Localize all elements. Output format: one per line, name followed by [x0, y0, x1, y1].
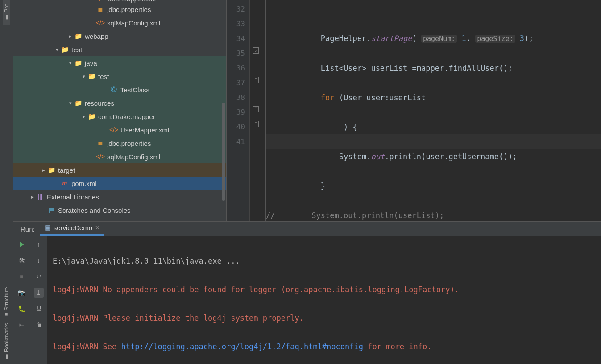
tree-label: jdbc.properties [107, 140, 151, 147]
tree-label: UserMapper.xml [107, 0, 156, 3]
xml-icon: </> [110, 126, 118, 134]
maven-icon: m [61, 179, 69, 187]
tree-node[interactable]: </>UserMapper.xml [13, 123, 226, 136]
tree-label: webapp [85, 33, 108, 40]
chevron-down-icon[interactable]: ▾ [80, 73, 87, 80]
xml-icon: </> [96, 153, 104, 161]
prop-icon: ≣ [96, 139, 104, 147]
console-line: log4j:WARN Please initialize the log4j s… [53, 311, 596, 325]
tree-label: UserMapper.xml [120, 126, 169, 134]
fold-marker-icon[interactable]: ˄ [253, 121, 259, 127]
tree-node[interactable]: ≣jdbc.properties [13, 3, 226, 16]
scratch-icon: ▤ [47, 206, 55, 214]
structure-icon: ≡ [3, 312, 10, 316]
xml-icon: </> [96, 19, 104, 27]
tree-label: jdbc.properties [107, 6, 151, 13]
folder-target-icon: 📁 [47, 166, 55, 174]
code-area[interactable]: PageHelper.startPage( pageNum: 1, pageSi… [266, 0, 601, 221]
rerun-button[interactable] [17, 240, 27, 249]
tree-node[interactable]: </>sqlMapConfig.xml [13, 150, 226, 163]
folder-icon: ▮ [3, 14, 10, 21]
tree-node[interactable]: ▾📁com.Drake.mapper [13, 110, 226, 123]
scroll-to-end-icon[interactable]: ⤓ [34, 288, 44, 298]
tree-label: java [85, 59, 97, 67]
soft-wrap-icon[interactable]: ↩ [34, 272, 44, 281]
tree-label: test [98, 73, 109, 80]
tree-node[interactable]: ▸📁webapp [13, 29, 226, 43]
chevron-down-icon[interactable]: ▾ [80, 113, 87, 120]
tree-node[interactable]: ▾📁test [13, 43, 226, 56]
chevron-placeholder [103, 86, 110, 93]
xml-icon: </> [96, 0, 104, 3]
class-icon: Ⓒ [110, 86, 118, 94]
tree-node[interactable]: </>sqlMapConfig.xml [13, 16, 226, 29]
terminal-icon: ▣ [45, 223, 51, 232]
chevron-placeholder [89, 6, 96, 13]
close-icon[interactable]: ✕ [95, 224, 100, 231]
param-hint: pageNum: [421, 35, 457, 43]
folder-java-icon: 📁 [74, 59, 82, 67]
folder-icon: 📁 [87, 72, 95, 80]
scrollbar-thumb[interactable] [222, 103, 225, 201]
fold-marker-icon[interactable]: ˄ [253, 106, 259, 112]
bookmarks-tool-button[interactable]: ▮ Bookmarks [3, 319, 10, 364]
wrench-icon[interactable]: 🛠 [17, 256, 27, 265]
tree-node[interactable]: ▤Scratches and Consoles [13, 203, 226, 217]
stop-button[interactable]: ■ [17, 272, 27, 281]
tree-node[interactable]: ▸|||External Libraries [13, 190, 226, 203]
chevron-down-icon[interactable]: ▾ [54, 46, 61, 53]
fold-marker-icon[interactable]: ⌄ [253, 47, 259, 54]
bookmark-icon: ▮ [3, 354, 10, 360]
folder-icon: 📁 [87, 112, 95, 120]
exit-icon[interactable]: ⇤ [17, 320, 27, 330]
up-arrow-icon[interactable]: ↑ [34, 240, 44, 249]
run-title: Run: [17, 223, 38, 236]
run-toolbar-secondary: ↑ ↓ ↩ ⤓ 🖶 🗑 [30, 236, 47, 364]
structure-tool-button[interactable]: ≡ Structure [3, 284, 10, 319]
project-tool-button[interactable]: ▮ Pro [3, 0, 10, 25]
tree-label: target [58, 166, 75, 174]
run-tab-label: serviceDemo [54, 224, 93, 232]
run-output[interactable]: E:\java\Java\jdk1.8.0_11\bin\java.exe ..… [47, 236, 601, 364]
folder-web-icon: 📁 [74, 32, 82, 40]
folder-res-icon: 📁 [74, 99, 82, 107]
fold-gutter[interactable]: ⌄ ˄ ˄ ˄ [250, 0, 266, 221]
console-line: log4j:WARN No appenders could be found f… [53, 282, 596, 297]
tree-label: com.Drake.mapper [98, 113, 155, 120]
down-arrow-icon[interactable]: ↓ [34, 256, 44, 265]
chevron-down-icon[interactable]: ▾ [67, 59, 74, 66]
tree-node[interactable]: ≣jdbc.properties [13, 136, 226, 150]
fold-marker-icon[interactable]: ˄ [253, 77, 259, 83]
bug-icon[interactable]: 🐛 [17, 304, 27, 314]
print-icon[interactable]: 🖶 [34, 304, 44, 314]
console-line: E:\java\Java\jdk1.8.0_11\bin\java.exe ..… [53, 254, 596, 268]
camera-icon[interactable]: 📷 [17, 288, 27, 298]
run-tool-window: Run: ▣ serviceDemo ✕ 🛠 ■ 📷 🐛 ⇤ [13, 221, 601, 364]
chevron-right-icon[interactable]: ▸ [40, 166, 47, 174]
caret-line-highlight [266, 134, 601, 149]
chevron-placeholder [89, 153, 96, 160]
tree-label: sqlMapConfig.xml [107, 153, 160, 161]
tree-label: pom.xml [71, 180, 97, 187]
chevron-placeholder [40, 207, 47, 214]
tree-node[interactable]: ⒸTestClass [13, 83, 226, 96]
chevron-placeholder [89, 19, 96, 26]
chevron-right-icon[interactable]: ▸ [29, 193, 36, 200]
run-tab[interactable]: ▣ serviceDemo ✕ [40, 222, 105, 236]
chevron-placeholder [103, 126, 110, 133]
tree-node[interactable]: ▾📁java [13, 56, 226, 70]
project-tree[interactable]: </>UserMapper.xml≣jdbc.properties</>sqlM… [13, 0, 227, 221]
code-editor[interactable]: 32 33 34 35 36 37 38 39 40 41 ⌄ ˄ ˄ ˄ Pa… [227, 0, 601, 221]
trash-icon[interactable]: 🗑 [34, 320, 44, 330]
tree-node[interactable]: ▾📁test [13, 70, 226, 83]
folder-icon: 📁 [61, 46, 69, 54]
tree-node[interactable]: ▾📁resources [13, 96, 226, 110]
tree-node[interactable]: ▸📁target [13, 163, 226, 177]
chevron-right-icon[interactable]: ▸ [67, 33, 74, 40]
param-hint: pageSize: [475, 35, 515, 43]
tree-label: resources [85, 99, 114, 107]
log4j-faq-link[interactable]: http://logging.apache.org/log4j/1.2/faq.… [121, 342, 363, 351]
tree-node[interactable]: mpom.xml [13, 177, 226, 190]
chevron-down-icon[interactable]: ▾ [67, 99, 74, 107]
tree-label: Scratches and Consoles [58, 207, 131, 214]
